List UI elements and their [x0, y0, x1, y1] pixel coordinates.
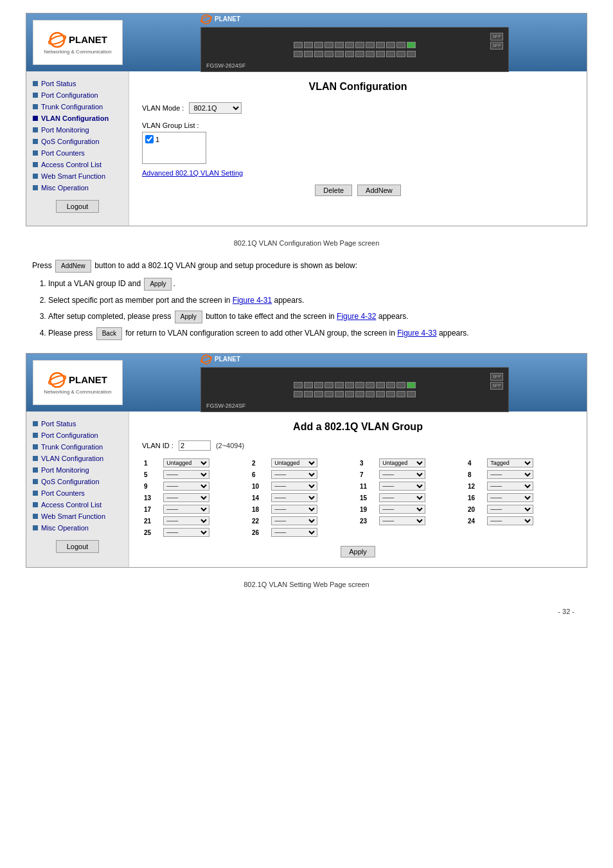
panel1-main: VLAN Configuration VLAN Mode : 802.1Q Po… [129, 71, 587, 226]
delete-button-1[interactable]: Delete [315, 185, 352, 196]
sidebar-item-port-status-1[interactable]: Port Status [31, 78, 123, 89]
port-block [324, 391, 333, 397]
planet-logo-icon-2 [48, 371, 66, 389]
port-16-select[interactable]: ——UntaggedTagged [487, 493, 533, 502]
sidebar-item-port-monitoring-1[interactable]: Port Monitoring [31, 124, 123, 136]
port-6-select[interactable]: ——UntaggedTagged [271, 470, 317, 479]
switch-planet-label-1: PLANET [215, 15, 240, 23]
sidebar-item-wsf-1[interactable]: Web Smart Function [31, 170, 123, 182]
switch-diagram-1: FGSW-2624SF SFP SFP [200, 27, 509, 72]
port-25-select[interactable]: ——UntaggedTagged [163, 528, 209, 537]
port-19-select[interactable]: ——UntaggedTagged [379, 505, 425, 514]
bullet-icon [33, 514, 38, 519]
figure-4-31-link[interactable]: Figure 4-31 [233, 296, 272, 305]
port-row-25-26: 25 ——UntaggedTagged 26 ——UntaggedTagged [142, 527, 574, 538]
sidebar-item-port-counters-1[interactable]: Port Counters [31, 147, 123, 159]
vlan-id-input[interactable] [179, 440, 211, 451]
sidebar-item-trunk-config-2[interactable]: Trunk Configuration [31, 441, 123, 453]
port-block [294, 382, 303, 388]
sidebar-item-acl-1[interactable]: Access Control List [31, 159, 123, 170]
port-row-9-12: 9 ——UntaggedTagged 10 ——UntaggedTagged 1… [142, 480, 574, 492]
step-4: Please press Back for return to VLAN con… [48, 327, 581, 340]
bullet-icon [33, 491, 38, 496]
vlan-config-actions: Delete AddNew [142, 185, 574, 196]
port-num: 19 [360, 506, 367, 513]
port-26-select[interactable]: ——UntaggedTagged [271, 528, 317, 537]
logo-subtitle-2: Networking & Communication [44, 389, 111, 395]
apply-button-2[interactable]: Apply [341, 546, 375, 557]
port-block [345, 51, 354, 57]
vlan-group-id: 1 [155, 136, 159, 143]
sidebar-item-port-config-1[interactable]: Port Configuration [31, 89, 123, 101]
port-10-select[interactable]: ——UntaggedTagged [271, 482, 317, 491]
bullet-icon [33, 185, 38, 190]
figure-4-33-link[interactable]: Figure 4-33 [397, 329, 436, 338]
port-13-select[interactable]: ——UntaggedTagged [163, 493, 209, 502]
port-block [396, 382, 405, 388]
port-7-select[interactable]: ——UntaggedTagged [379, 470, 425, 479]
sidebar-item-trunk-config-1[interactable]: Trunk Configuration [31, 101, 123, 113]
logout-button-2[interactable]: Logout [56, 540, 100, 553]
sidebar-item-acl-2[interactable]: Access Control List [31, 499, 123, 511]
logo-subtitle-1: Networking & Communication [44, 49, 111, 55]
sidebar-item-wsf-2[interactable]: Web Smart Function [31, 511, 123, 522]
port-block [294, 51, 303, 57]
planet-logo-icon-1 [48, 31, 66, 49]
sidebar-label: VLAN Configuration [41, 114, 109, 122]
port-1-select[interactable]: UntaggedTagged—— [163, 458, 209, 467]
port-block [314, 51, 323, 57]
sidebar-label: Misc Operation [41, 184, 89, 192]
port-11-select[interactable]: ——UntaggedTagged [379, 482, 425, 491]
port-8-select[interactable]: ——UntaggedTagged [487, 470, 533, 479]
logo-area-2: PLANET Networking & Communication [33, 360, 123, 405]
figure-4-32-link[interactable]: Figure 4-32 [337, 312, 376, 321]
sidebar-item-port-status-2[interactable]: Port Status [31, 418, 123, 429]
sidebar-item-misc-1[interactable]: Misc Operation [31, 182, 123, 194]
sidebar-label: Trunk Configuration [41, 443, 103, 451]
sidebar-label: Access Control List [41, 161, 102, 168]
port-12-select[interactable]: ——UntaggedTagged [487, 482, 533, 491]
sidebar-item-port-counters-2[interactable]: Port Counters [31, 487, 123, 499]
logout-button-1[interactable]: Logout [56, 200, 100, 213]
port-24-select[interactable]: ——UntaggedTagged [487, 516, 533, 525]
port-15-select[interactable]: ——UntaggedTagged [379, 493, 425, 502]
sidebar-item-qos-1[interactable]: QoS Configuration [31, 136, 123, 147]
addnew-button-1[interactable]: AddNew [357, 185, 401, 196]
sidebar-item-vlan-config-1[interactable]: VLAN Configuration [31, 113, 123, 124]
port-9-select[interactable]: ——UntaggedTagged [163, 482, 209, 491]
port-block [396, 391, 405, 397]
port-block [304, 42, 313, 48]
port-block [355, 51, 364, 57]
port-17-select[interactable]: ——UntaggedTagged [163, 505, 209, 514]
vlan-mode-select[interactable]: 802.1Q Port-Based [189, 102, 242, 114]
port-block [386, 51, 395, 57]
port-block [324, 42, 333, 48]
port-block [345, 382, 354, 388]
port-22-select[interactable]: ——UntaggedTagged [271, 516, 317, 525]
port-4-select[interactable]: TaggedUntagged—— [487, 458, 533, 467]
sidebar-item-port-monitoring-2[interactable]: Port Monitoring [31, 464, 123, 476]
advanced-vlan-link[interactable]: Advanced 802.1Q VLAN Setting [142, 169, 574, 177]
port-23-select[interactable]: ——UntaggedTagged [379, 516, 425, 525]
sidebar-item-port-config-2[interactable]: Port Configuration [31, 429, 123, 441]
step-2: Select specific port as member port and … [48, 294, 581, 307]
port-2-select[interactable]: UntaggedTagged—— [271, 458, 317, 467]
port-21-select[interactable]: ——UntaggedTagged [163, 516, 209, 525]
planet-logo-1: PLANET [48, 31, 107, 49]
port-5-select[interactable]: ——UntaggedTagged [163, 470, 209, 479]
port-3-select[interactable]: UntaggedTagged—— [379, 458, 425, 467]
port-num: 2 [252, 460, 256, 467]
port-20-select[interactable]: ——UntaggedTagged [487, 505, 533, 514]
addnew-inline-btn: AddNew [55, 260, 91, 273]
vlan-mode-label: VLAN Mode : [142, 104, 184, 112]
vlan-group-checkbox[interactable] [145, 135, 154, 143]
sidebar-item-qos-2[interactable]: QoS Configuration [31, 476, 123, 487]
sidebar-item-vlan-config-2[interactable]: VLAN Configuration [31, 453, 123, 464]
port-num: 9 [144, 483, 148, 490]
step-3: After setup completed, please press Appl… [48, 311, 581, 323]
switch-area-2: PLANET [129, 354, 580, 412]
port-14-select[interactable]: ——UntaggedTagged [271, 493, 317, 502]
vlan-group-box: 1 [142, 132, 206, 164]
port-18-select[interactable]: ——UntaggedTagged [271, 505, 317, 514]
sidebar-item-misc-2[interactable]: Misc Operation [31, 522, 123, 534]
